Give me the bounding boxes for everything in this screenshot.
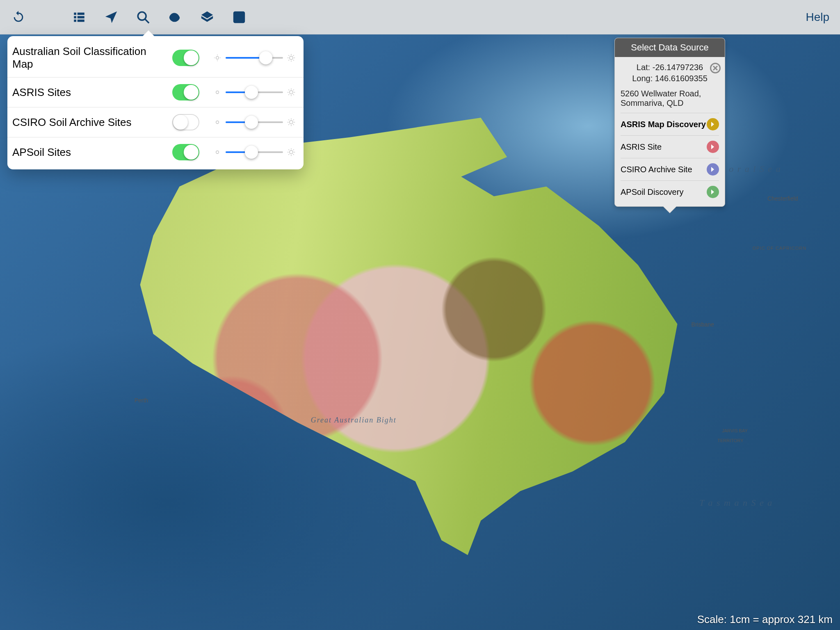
- data-source-item[interactable]: ASRIS Site: [621, 135, 719, 158]
- opacity-slider-wrap: [213, 148, 295, 156]
- layer-toggle[interactable]: [172, 84, 199, 100]
- svg-line-49: [293, 154, 294, 155]
- chevron-right-icon: [707, 163, 719, 176]
- opacity-slider[interactable]: [226, 91, 283, 93]
- svg-rect-0: [74, 12, 76, 15]
- svg-line-48: [288, 149, 289, 150]
- svg-line-7: [145, 19, 149, 23]
- sun-bright-icon: [287, 88, 295, 96]
- svg-line-21: [293, 55, 294, 56]
- address-line-2: Sommariva, QLD: [621, 98, 719, 108]
- label-tropic-capricorn: OPIC OF CAPRICORN: [753, 246, 806, 251]
- svg-rect-1: [78, 12, 84, 15]
- data-source-item-label: CSIRO Archive Site: [621, 165, 692, 174]
- long-value: 146.61609355: [655, 74, 708, 83]
- data-source-item[interactable]: APSoil Discovery: [621, 180, 719, 203]
- top-toolbar: Help: [0, 0, 840, 34]
- svg-line-29: [293, 94, 294, 95]
- close-icon[interactable]: [710, 63, 721, 73]
- layer-row: Australian Soil Classification Map: [7, 39, 304, 78]
- data-source-item[interactable]: ASRIS Map Discovery: [621, 113, 719, 135]
- lat-readout: Lat: -26.14797236: [621, 63, 719, 72]
- svg-rect-3: [78, 16, 84, 18]
- city-label-perth: Perth: [135, 397, 148, 404]
- sun-dim-icon: [213, 148, 221, 156]
- sea-label-tasman: T a s m a n S e a: [699, 498, 773, 508]
- layer-label: ASRIS Sites: [12, 86, 164, 99]
- svg-point-43: [290, 151, 293, 154]
- svg-point-22: [216, 91, 219, 94]
- opacity-slider-wrap: [213, 118, 295, 126]
- label-jarvis-bay-2: TERRITORY: [717, 438, 743, 443]
- sun-dim-icon: [213, 54, 221, 62]
- label-jarvis-bay-1: JARVIS BAY: [722, 428, 748, 433]
- lat-label: Lat:: [637, 63, 650, 72]
- sun-bright-icon: [287, 54, 295, 62]
- layer-label: Australian Soil Classification Map: [12, 45, 164, 71]
- layers-popover: Australian Soil Classification Map ASRIS…: [7, 36, 304, 169]
- svg-point-42: [216, 151, 219, 154]
- svg-point-23: [290, 91, 293, 94]
- layer-row: APSoil Sites: [7, 137, 304, 167]
- sun-dim-icon: [213, 118, 221, 126]
- refresh-icon[interactable]: [11, 9, 26, 25]
- svg-line-40: [288, 124, 289, 125]
- svg-line-31: [293, 89, 294, 90]
- layer-row: ASRIS Sites: [7, 78, 304, 107]
- svg-point-33: [290, 121, 293, 124]
- svg-line-39: [293, 124, 294, 125]
- layer-row: CSIRO Soil Archive Sites: [7, 107, 304, 137]
- svg-point-8: [216, 57, 219, 59]
- help-link[interactable]: Help: [806, 11, 829, 24]
- chevron-right-icon: [707, 186, 719, 198]
- australia-icon[interactable]: [167, 9, 183, 25]
- svg-rect-5: [78, 19, 84, 22]
- svg-line-41: [293, 119, 294, 120]
- svg-line-30: [288, 94, 289, 95]
- list-icon[interactable]: [71, 9, 87, 25]
- chevron-right-icon: [707, 141, 719, 153]
- lat-value: -26.14797236: [653, 63, 703, 72]
- svg-line-51: [293, 149, 294, 150]
- layer-label: CSIRO Soil Archive Sites: [12, 116, 164, 129]
- svg-line-28: [288, 89, 289, 90]
- scale-readout: Scale: 1cm = approx 321 km: [697, 613, 833, 626]
- address-readout: 5260 Wellwater Road, Sommariva, QLD: [621, 89, 719, 108]
- svg-line-50: [288, 154, 289, 155]
- data-source-item-label: ASRIS Map Discovery: [621, 120, 706, 129]
- svg-line-18: [288, 55, 289, 56]
- opacity-slider[interactable]: [226, 57, 283, 59]
- sun-dim-icon: [213, 88, 221, 96]
- address-line-1: 5260 Wellwater Road,: [621, 89, 719, 98]
- data-source-item-label: ASRIS Site: [621, 142, 662, 152]
- sun-bright-icon: [287, 118, 295, 126]
- data-source-item-label: APSoil Discovery: [621, 187, 683, 197]
- svg-point-6: [138, 12, 146, 20]
- data-source-popover: Select Data Source Lat: -26.14797236 Lon…: [614, 38, 725, 207]
- svg-line-20: [288, 60, 289, 61]
- svg-point-13: [290, 56, 293, 59]
- city-label-brisbane: Brisbane: [692, 321, 714, 328]
- layer-toggle[interactable]: [172, 144, 199, 160]
- opacity-slider-wrap: [213, 88, 295, 96]
- bookmarks-icon[interactable]: [231, 9, 247, 25]
- svg-line-19: [293, 60, 294, 61]
- locate-icon[interactable]: [103, 9, 119, 25]
- chevron-right-icon: [707, 118, 719, 130]
- layer-toggle[interactable]: [172, 114, 199, 130]
- svg-rect-4: [74, 19, 76, 22]
- city-label-chesterfield: Chesterfield: [767, 195, 798, 202]
- sea-label-bight: Great Australian Bight: [311, 416, 397, 425]
- svg-rect-2: [74, 16, 76, 18]
- opacity-slider[interactable]: [226, 121, 283, 123]
- search-icon[interactable]: [135, 9, 151, 25]
- opacity-slider-wrap: [213, 54, 295, 62]
- opacity-slider[interactable]: [226, 151, 283, 153]
- long-readout: Long: 146.61609355: [621, 74, 719, 83]
- layer-toggle[interactable]: [172, 50, 199, 66]
- layers-icon[interactable]: [199, 9, 215, 25]
- data-source-title: Select Data Source: [615, 38, 725, 57]
- long-label: Long:: [632, 74, 653, 83]
- data-source-item[interactable]: CSIRO Archive Site: [621, 158, 719, 180]
- layer-label: APSoil Sites: [12, 146, 164, 159]
